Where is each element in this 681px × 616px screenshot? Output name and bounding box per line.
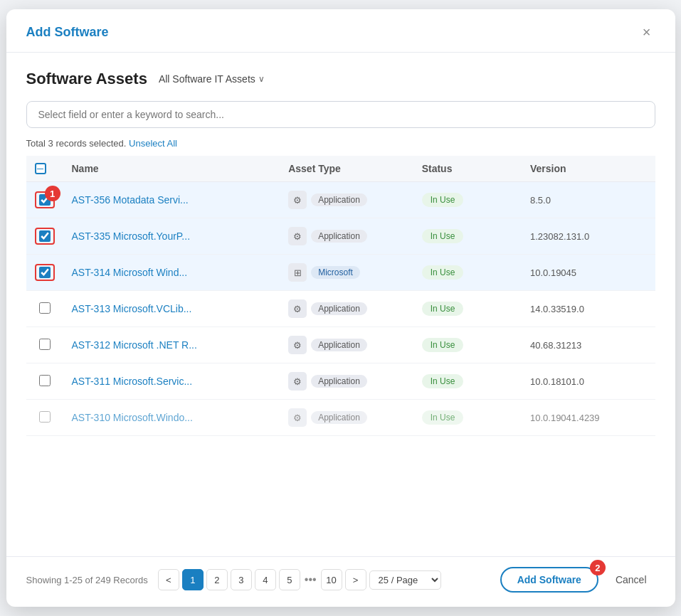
modal-title: Add Software bbox=[26, 25, 109, 40]
header-version: Version bbox=[522, 156, 655, 182]
asset-type-cell: ⚙Application bbox=[280, 182, 413, 218]
asset-type-icon: ⚙ bbox=[288, 408, 307, 427]
asset-type-cell: ⚙Application bbox=[280, 327, 413, 363]
filter-dropdown[interactable]: All Software IT Assets ∨ bbox=[156, 72, 268, 86]
header-checkbox-cell bbox=[26, 156, 63, 182]
asset-name[interactable]: AST-311 Microsoft.Servic... bbox=[63, 363, 280, 400]
checkbox-cell bbox=[26, 291, 63, 327]
status-cell: In Use bbox=[413, 363, 522, 400]
add-software-modal: Add Software × Software Assets All Softw… bbox=[6, 9, 675, 607]
table-header-row: Name Asset Type Status Version bbox=[26, 156, 655, 182]
version-cell: 10.0.19045 bbox=[522, 255, 655, 291]
page-button-5[interactable]: 5 bbox=[279, 569, 300, 590]
status-cell: In Use bbox=[413, 327, 522, 363]
checkbox-cell bbox=[26, 255, 63, 291]
asset-type-cell: ⚙Application bbox=[280, 363, 413, 400]
status-badge: In Use bbox=[422, 338, 464, 352]
asset-type-label: Microsoft bbox=[311, 266, 360, 279]
asset-type-label: Application bbox=[311, 411, 367, 424]
row-checkbox[interactable] bbox=[39, 375, 51, 386]
page-button-1[interactable]: 1 bbox=[182, 569, 204, 590]
status-cell: In Use bbox=[413, 255, 522, 291]
row-checkbox[interactable] bbox=[39, 302, 51, 314]
checkbox-cell: 1 bbox=[26, 182, 63, 218]
prev-page-button[interactable]: < bbox=[158, 569, 179, 590]
asset-name[interactable]: AST-310 Microsoft.Windo... bbox=[63, 400, 280, 436]
status-cell: In Use bbox=[413, 400, 522, 436]
table-row: AST-313 Microsoft.VCLib...⚙ApplicationIn… bbox=[26, 291, 655, 327]
modal-body: Software Assets All Software IT Assets ∨… bbox=[6, 53, 675, 551]
table-row: AST-312 Microsoft .NET R...⚙ApplicationI… bbox=[26, 327, 655, 363]
add-software-wrapper: Add Software 2 bbox=[500, 567, 598, 593]
version-cell: 14.0.33519.0 bbox=[522, 291, 655, 327]
header-name: Name bbox=[63, 156, 280, 182]
cancel-button[interactable]: Cancel bbox=[607, 568, 655, 591]
page-button-2[interactable]: 2 bbox=[206, 569, 228, 590]
asset-type-icon: ⚙ bbox=[288, 299, 307, 318]
header-status: Status bbox=[413, 156, 522, 182]
page-button-4[interactable]: 4 bbox=[255, 569, 276, 590]
asset-type-icon: ⚙ bbox=[288, 191, 307, 209]
modal-footer: Showing 1-25 of 249 Records < 1 2 3 4 5 … bbox=[6, 556, 675, 607]
add-software-button[interactable]: Add Software bbox=[500, 567, 598, 593]
asset-name[interactable]: AST-314 Microsoft Wind... bbox=[63, 255, 280, 291]
asset-type-cell: ⚙Application bbox=[280, 400, 413, 436]
status-badge: In Use bbox=[422, 265, 464, 280]
records-count: Total 3 records selected. bbox=[26, 138, 127, 149]
asset-type-cell: ⊞Microsoft bbox=[280, 255, 413, 291]
select-all-checkbox[interactable] bbox=[35, 163, 46, 174]
checkbox-cell bbox=[26, 327, 63, 363]
asset-name[interactable]: AST-313 Microsoft.VCLib... bbox=[63, 291, 280, 327]
status-badge: In Use bbox=[422, 193, 464, 207]
filter-label: All Software IT Assets bbox=[159, 73, 255, 85]
table-wrapper: Name Asset Type Status Version 1AST-356 … bbox=[26, 156, 655, 551]
row-checkbox[interactable] bbox=[39, 230, 51, 242]
version-cell: 10.0.19041.4239 bbox=[522, 400, 655, 436]
status-badge: In Use bbox=[422, 229, 464, 243]
row-checkbox[interactable] bbox=[39, 411, 51, 423]
badge-1: 1 bbox=[45, 186, 60, 201]
asset-type-icon: ⚙ bbox=[288, 372, 307, 391]
asset-name[interactable]: AST-356 Motadata Servi... bbox=[63, 182, 280, 218]
asset-name[interactable]: AST-312 Microsoft .NET R... bbox=[63, 327, 280, 363]
search-bar bbox=[26, 101, 655, 128]
page-heading: Software Assets bbox=[26, 70, 147, 88]
next-page-button[interactable]: > bbox=[345, 569, 366, 590]
table-row: AST-335 Microsoft.YourP...⚙ApplicationIn… bbox=[26, 218, 655, 255]
page-button-3[interactable]: 3 bbox=[231, 569, 252, 590]
checkbox-cell bbox=[26, 363, 63, 400]
assets-table: Name Asset Type Status Version 1AST-356 … bbox=[26, 156, 655, 436]
per-page-select[interactable]: 25 / Page 50 / Page 100 / Page bbox=[369, 570, 441, 590]
status-cell: In Use bbox=[413, 291, 522, 327]
version-cell: 10.0.18101.0 bbox=[522, 363, 655, 400]
asset-name[interactable]: AST-335 Microsoft.YourP... bbox=[63, 218, 280, 255]
asset-type-icon: ⚙ bbox=[288, 227, 307, 245]
asset-type-label: Application bbox=[311, 375, 367, 388]
unselect-all-link[interactable]: Unselect All bbox=[129, 138, 177, 149]
row-checkbox[interactable] bbox=[39, 339, 51, 350]
asset-type-cell: ⚙Application bbox=[280, 218, 413, 255]
modal-header: Add Software × bbox=[6, 9, 675, 53]
table-row: AST-311 Microsoft.Servic...⚙ApplicationI… bbox=[26, 363, 655, 400]
row-checkbox[interactable] bbox=[39, 267, 51, 278]
checkbox-cell bbox=[26, 400, 63, 436]
records-info: Total 3 records selected. Unselect All bbox=[26, 138, 655, 149]
status-cell: In Use bbox=[413, 182, 522, 218]
version-cell: 1.23082.131.0 bbox=[522, 218, 655, 255]
asset-type-label: Application bbox=[311, 302, 367, 315]
status-cell: In Use bbox=[413, 218, 522, 255]
checkbox-cell bbox=[26, 218, 63, 255]
page-button-10[interactable]: 10 bbox=[321, 569, 342, 590]
chevron-down-icon: ∨ bbox=[258, 74, 265, 84]
close-button[interactable]: × bbox=[638, 23, 655, 41]
search-input[interactable] bbox=[38, 109, 643, 120]
asset-type-icon: ⊞ bbox=[288, 263, 307, 282]
table-row: 1AST-356 Motadata Servi...⚙ApplicationIn… bbox=[26, 182, 655, 218]
footer-actions: Add Software 2 Cancel bbox=[500, 567, 655, 593]
header-asset-type: Asset Type bbox=[280, 156, 413, 182]
page-dots: ••• bbox=[303, 573, 318, 586]
table-row: AST-310 Microsoft.Windo...⚙ApplicationIn… bbox=[26, 400, 655, 436]
asset-type-label: Application bbox=[311, 339, 367, 351]
badge-2: 2 bbox=[590, 560, 606, 575]
version-cell: 40.68.31213 bbox=[522, 327, 655, 363]
